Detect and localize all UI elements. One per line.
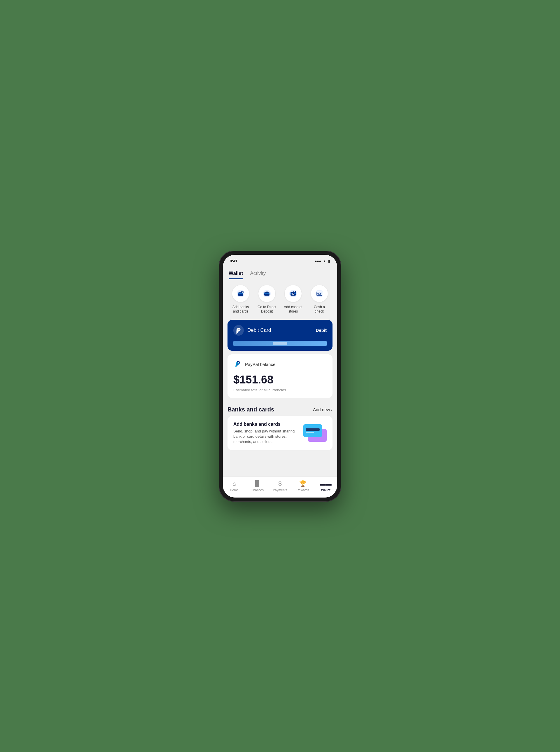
- svg-point-13: [292, 293, 294, 295]
- nav-rewards[interactable]: 🏆 Rewards: [295, 480, 311, 492]
- phone-device: 9:41 ●●● ▲ ▮ Wallet Activity: [219, 251, 341, 502]
- debit-badge: Debit: [316, 328, 327, 333]
- banks-card-text: Add banks and cards Send, shop, and pay …: [233, 422, 299, 445]
- phone-screen: 9:41 ●●● ▲ ▮ Wallet Activity: [223, 255, 337, 498]
- nav-home[interactable]: ⌂ Home: [226, 480, 242, 492]
- svg-rect-20: [320, 293, 321, 293]
- quick-actions-row: Add banks and cards Go t: [223, 279, 337, 320]
- wifi-icon: ▲: [323, 259, 326, 263]
- nav-finances-label: Finances: [251, 488, 264, 492]
- nav-wallet-label: Wallet: [321, 488, 331, 492]
- balance-label: PayPal balance: [245, 362, 275, 367]
- action-label-direct-deposit: Go to Direct Deposit: [257, 305, 277, 314]
- action-icon-add-banks-circle: [232, 285, 249, 302]
- cards-illustration: [303, 424, 327, 442]
- action-label-add-banks: Add banks and cards: [231, 305, 251, 314]
- balance-header: PayPal balance: [233, 360, 327, 369]
- banks-card[interactable]: Add banks and cards Send, shop, and pay …: [227, 416, 333, 450]
- status-bar: 9:41 ●●● ▲ ▮: [223, 255, 337, 268]
- svg-rect-2: [238, 293, 243, 294]
- tab-wallet[interactable]: Wallet: [229, 268, 243, 279]
- svg-rect-19: [317, 293, 319, 293]
- home-icon: ⌂: [233, 480, 236, 487]
- nav-payments[interactable]: $ Payments: [272, 480, 288, 492]
- action-label-add-cash: Add cash at stores: [283, 305, 303, 314]
- status-time: 9:41: [230, 259, 237, 263]
- balance-amount: $151.68: [233, 373, 327, 386]
- action-icon-cash-check-circle: [311, 285, 328, 302]
- nav-payments-label: Payments: [273, 488, 287, 492]
- nav-rewards-label: Rewards: [297, 488, 309, 492]
- main-content: Add banks and cards Go t: [223, 279, 337, 477]
- wallet-icon: ▬▬: [320, 480, 332, 487]
- debit-card-title: Debit Card: [247, 327, 271, 333]
- add-new-label: Add new: [313, 407, 330, 412]
- payments-icon: $: [278, 480, 281, 487]
- debit-card-header: Debit Card Debit: [227, 320, 333, 341]
- finances-icon: ▐▌: [253, 480, 261, 487]
- tab-bar: Wallet Activity: [223, 268, 337, 279]
- cash-check-icon: [315, 289, 323, 298]
- nav-wallet[interactable]: ▬▬ Wallet: [318, 480, 334, 492]
- add-cash-icon: [289, 289, 297, 298]
- card-visual-strip: [233, 341, 327, 346]
- tab-activity[interactable]: Activity: [250, 268, 266, 279]
- balance-subtitle: Estimated total of all currencies: [233, 388, 327, 392]
- debit-card-section[interactable]: Debit Card Debit: [227, 320, 333, 351]
- rewards-icon: 🏆: [299, 480, 306, 487]
- card-front-visual: [303, 424, 322, 437]
- nav-finances[interactable]: ▐▌ Finances: [249, 480, 265, 492]
- debit-card-left: Debit Card: [233, 325, 271, 335]
- action-cash-check[interactable]: Cash a check: [309, 285, 329, 314]
- battery-icon: ▮: [328, 259, 330, 263]
- paypal-logo-balance: [233, 360, 242, 369]
- action-label-cash-check: Cash a check: [309, 305, 329, 314]
- balance-section[interactable]: PayPal balance $151.68 Estimated total o…: [227, 354, 333, 398]
- paypal-logo-debit: [233, 325, 244, 335]
- chevron-right-icon: ›: [331, 407, 333, 412]
- banks-card-desc: Send, shop, and pay without sharing bank…: [233, 429, 299, 445]
- add-new-button[interactable]: Add new ›: [313, 407, 333, 412]
- status-icons: ●●● ▲ ▮: [315, 259, 330, 263]
- card-stripe-dark: [306, 428, 320, 431]
- add-banks-icon: [237, 289, 245, 298]
- action-direct-deposit[interactable]: Go to Direct Deposit: [257, 285, 277, 314]
- bottom-nav: ⌂ Home ▐▌ Finances $ Payments 🏆 Rewards …: [223, 477, 337, 498]
- svg-rect-8: [264, 293, 269, 294]
- signal-icon: ●●●: [315, 259, 321, 263]
- banks-section-header: Banks and cards Add new ›: [223, 402, 337, 416]
- action-add-banks[interactable]: Add banks and cards: [231, 285, 251, 314]
- nav-home-label: Home: [230, 488, 239, 492]
- action-add-cash[interactable]: Add cash at stores: [283, 285, 303, 314]
- action-icon-add-cash-circle: [285, 285, 302, 302]
- banks-section-title: Banks and cards: [227, 406, 274, 413]
- banks-card-title: Add banks and cards: [233, 422, 299, 427]
- card-stripe-light: [306, 432, 314, 433]
- action-icon-direct-deposit-circle: [258, 285, 275, 302]
- direct-deposit-icon: [263, 289, 271, 298]
